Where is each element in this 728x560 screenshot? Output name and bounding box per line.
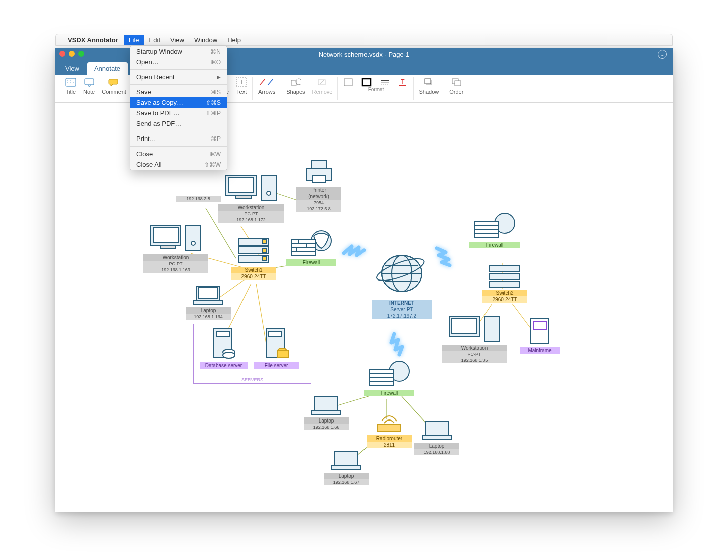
svg-point-53 <box>191 241 195 245</box>
node-mainframe[interactable]: Mainframe <box>520 316 560 354</box>
node-firewall-bottom[interactable]: Firewall <box>364 359 414 396</box>
menuitem-startup-window[interactable]: Startup Window⌘N <box>130 46 227 57</box>
svg-rect-57 <box>263 240 267 244</box>
remove-icon <box>317 77 328 88</box>
tool-arrows[interactable]: Arrows <box>258 77 276 95</box>
node-radiorouter[interactable]: Radiorouter 2811 <box>367 409 412 448</box>
svg-rect-91 <box>490 281 520 287</box>
feedback-icon[interactable] <box>658 50 667 59</box>
file-menu-dropdown: Startup Window⌘N Open…⌘O Open Recent▶ Sa… <box>130 46 227 170</box>
note-icon <box>84 77 95 88</box>
node-workstation-top[interactable]: Workstation PC-PT 192.168.1.172 <box>218 173 284 223</box>
tool-linestyle[interactable] <box>379 77 390 88</box>
linestyle-icon <box>379 77 390 88</box>
node-internet[interactable]: INTERNET Server-PT 172.17.197.2 <box>372 248 432 319</box>
tool-note[interactable]: Note <box>83 77 95 95</box>
svg-rect-89 <box>490 266 520 272</box>
svg-rect-44 <box>261 176 276 201</box>
tool-fill[interactable] <box>343 77 354 88</box>
menuitem-save-as-copy[interactable]: Save as Copy…⇧⌘S <box>130 97 227 108</box>
tool-text[interactable]: T Text <box>236 77 247 95</box>
app-window: VSDX Annotator File Edit View Window Hel… <box>55 48 673 512</box>
svg-rect-107 <box>335 452 358 466</box>
order-icon <box>451 77 462 88</box>
svg-rect-46 <box>311 161 326 168</box>
tool-title[interactable]: Title <box>65 77 76 95</box>
menu-help[interactable]: Help <box>222 35 246 45</box>
tool-remove[interactable]: Remove <box>312 77 333 95</box>
node-workstation-right[interactable]: Workstation PC-PT 192.168.1.35 <box>442 314 507 363</box>
tool-shapes[interactable]: Shapes <box>286 77 305 95</box>
text-icon: T <box>236 77 247 88</box>
menuitem-print[interactable]: Print…⌘P <box>130 133 227 144</box>
node-database-server[interactable]: Database server <box>200 326 248 369</box>
svg-rect-0 <box>66 78 76 86</box>
svg-point-74 <box>223 352 235 358</box>
app-name-menu[interactable]: VSDX Annotator <box>63 35 124 45</box>
svg-rect-90 <box>490 273 520 279</box>
tool-textcolor[interactable]: T <box>397 77 408 88</box>
svg-rect-106 <box>422 436 451 440</box>
menuitem-open[interactable]: Open…⌘O <box>130 57 227 67</box>
svg-rect-94 <box>484 316 500 341</box>
svg-rect-72 <box>216 331 229 336</box>
menu-file[interactable]: File <box>124 35 144 45</box>
svg-rect-96 <box>533 321 546 329</box>
svg-rect-108 <box>332 466 361 470</box>
menuitem-open-recent[interactable]: Open Recent▶ <box>130 72 227 82</box>
node-file-server[interactable]: File server <box>254 326 299 369</box>
svg-rect-70 <box>194 300 223 304</box>
svg-rect-59 <box>263 257 267 261</box>
svg-rect-48 <box>312 176 325 183</box>
svg-rect-93 <box>452 318 477 333</box>
tool-comment[interactable]: Comment <box>102 77 126 95</box>
menuitem-send-as-pdf[interactable]: Send as PDF… <box>130 118 227 129</box>
node-laptop-left[interactable]: Laptop 192.168.1.164 <box>186 284 231 320</box>
tool-stroke[interactable] <box>361 77 372 88</box>
menu-edit[interactable]: Edit <box>144 35 165 45</box>
svg-rect-3 <box>85 79 94 85</box>
menuitem-close[interactable]: Close⌘W <box>130 149 227 159</box>
menu-view[interactable]: View <box>165 35 189 45</box>
svg-rect-43 <box>236 196 251 199</box>
tool-order[interactable]: Order <box>449 77 463 95</box>
node-firewall-left[interactable]: Firewall <box>286 228 336 266</box>
tab-view[interactable]: View <box>58 62 86 75</box>
zoom-icon[interactable] <box>78 51 84 57</box>
close-icon[interactable] <box>59 51 65 57</box>
svg-rect-104 <box>378 424 401 431</box>
tool-shadow[interactable]: Shadow <box>419 77 439 95</box>
svg-rect-103 <box>312 410 341 414</box>
svg-rect-23 <box>425 79 431 84</box>
svg-text:T: T <box>401 78 405 85</box>
svg-rect-16 <box>362 79 371 86</box>
node-switch2[interactable]: Switch2 2960-24TT <box>482 263 527 303</box>
svg-point-11 <box>296 79 301 85</box>
node-laptop-b3[interactable]: Laptop 192.168.1.67 <box>324 449 369 485</box>
node-firewall-topright[interactable]: Firewall <box>469 211 520 248</box>
node-workstation-1[interactable]: 192.168.2.8 <box>176 196 221 202</box>
mac-menubar: VSDX Annotator File Edit View Window Hel… <box>55 34 673 46</box>
fill-icon <box>343 77 354 88</box>
tab-annotate[interactable]: Annotate <box>87 62 128 75</box>
svg-rect-25 <box>455 81 461 86</box>
servers-group-label: SERVERS <box>241 377 263 382</box>
node-switch1[interactable]: Switch1 2960-24TT <box>231 236 276 280</box>
svg-rect-21 <box>399 85 406 86</box>
node-laptop-b1[interactable]: Laptop 192.168.1.66 <box>304 394 349 430</box>
svg-point-45 <box>267 191 271 195</box>
window-title: Network scheme.vsdx - Page-1 <box>319 51 410 58</box>
comment-icon <box>108 77 119 88</box>
node-workstation-left[interactable]: Workstation PC-PT 192.168.1.163 <box>143 223 208 273</box>
menuitem-save-to-pdf[interactable]: Save to PDF…⇧⌘P <box>130 108 227 118</box>
svg-rect-10 <box>291 80 296 85</box>
arrows-icon <box>258 77 276 88</box>
svg-rect-69 <box>199 288 218 299</box>
menu-window[interactable]: Window <box>189 35 222 45</box>
minimize-icon[interactable] <box>69 51 75 57</box>
menuitem-close-all[interactable]: Close All⇧⌘W <box>130 159 227 170</box>
stroke-icon <box>361 77 372 88</box>
node-laptop-b2[interactable]: Laptop 192.168.1.68 <box>414 419 459 455</box>
node-printer[interactable]: Printer (network) 7954 192.172.5.8 <box>296 158 341 212</box>
menuitem-save[interactable]: Save⌘S <box>130 87 227 97</box>
